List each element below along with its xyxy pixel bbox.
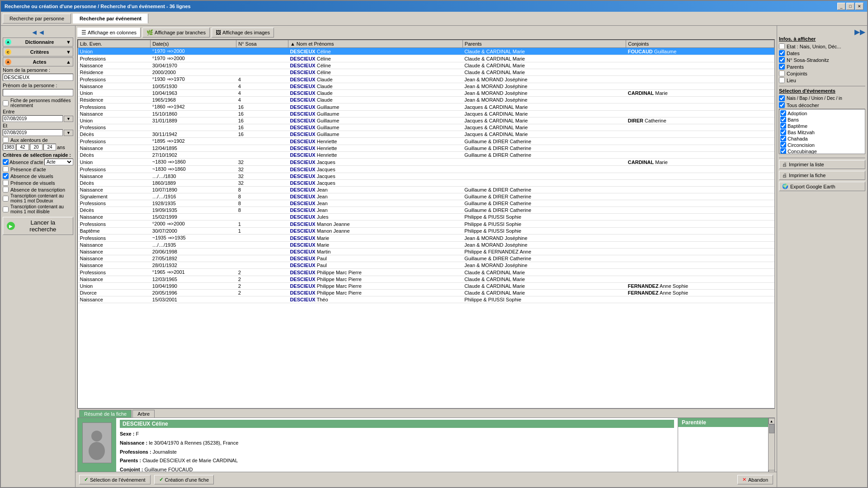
- toolbar-branches-btn[interactable]: 🌿 Affichage par branches: [142, 28, 210, 38]
- event-checkboxes-list[interactable]: AdoptionBansBaptêmeBas MitzvahChahadaCir…: [779, 109, 865, 154]
- table-row[interactable]: Professions ~1830 ⇒>1860 32 DESCIEUX Jac…: [78, 166, 774, 173]
- table-row[interactable]: Décès 30/11/1942 16 DESCIEUX Guillaume J…: [78, 131, 774, 138]
- table-row[interactable]: Naissance 12/03/1965 2 DESCIEUX Philippe…: [78, 276, 774, 283]
- et-date-input[interactable]: [3, 129, 63, 136]
- table-row[interactable]: Décès 19/09/1935 8 DESCIEUX Jean Guillau…: [78, 207, 774, 214]
- event-check[interactable]: [780, 142, 786, 148]
- card-scrollbar[interactable]: ▲ ▼: [768, 418, 774, 476]
- close-button[interactable]: ✕: [855, 3, 863, 10]
- fiche-recentes-check[interactable]: [3, 100, 9, 106]
- right-info-check[interactable]: [779, 64, 785, 70]
- year-spinner[interactable]: [3, 144, 15, 150]
- table-row[interactable]: Professions 16 DESCIEUX Guillaume Jacque…: [78, 124, 774, 131]
- table-row[interactable]: Baptême 30/07/2000 1 DESCIEUX Manon Jean…: [78, 228, 774, 235]
- event-check[interactable]: [780, 136, 786, 141]
- et-date-btn[interactable]: ▼: [64, 130, 73, 136]
- table-row[interactable]: Professions °1930 ⇒>1970 4 DESCIEUX Clau…: [78, 76, 774, 83]
- event-check[interactable]: [780, 129, 786, 135]
- table-row[interactable]: Union 31/01/1889 16 DESCIEUX Guillaume J…: [78, 117, 774, 124]
- absence-visuels-check[interactable]: [3, 173, 9, 179]
- transcription-illisible-check[interactable]: [3, 206, 9, 212]
- entre-date-input[interactable]: [3, 115, 63, 122]
- table-row[interactable]: Naissance …/…/1935 DESCIEUX Marie Jean &…: [78, 242, 774, 249]
- toolbar-columns-btn[interactable]: ☰ Affichage en colonnes: [77, 28, 141, 38]
- table-row[interactable]: Professions °1970 ⇒>2000 DESCIEUX Céline…: [78, 55, 774, 62]
- left-nav-arrow[interactable]: ◄◄: [3, 28, 73, 38]
- table-row[interactable]: Décès 1860/1889 32 DESCIEUX Jacques: [78, 180, 774, 187]
- nais-bap-check[interactable]: [779, 95, 785, 101]
- cell-date: 19/09/1935: [151, 207, 236, 214]
- table-row[interactable]: Professions °1965 ⇒>2001 2 DESCIEUX Phil…: [78, 269, 774, 276]
- table-row[interactable]: Union ~1830 ⇒>1860 32 DESCIEUX Jacques C…: [78, 159, 774, 166]
- absence-acte-check[interactable]: [3, 159, 9, 165]
- right-nav-arrow[interactable]: ▶▶: [779, 28, 865, 36]
- acte-select[interactable]: Acte: [44, 159, 73, 165]
- table-row[interactable]: Résidence 1965/1968 4 DESCIEUX Claude Je…: [78, 97, 774, 103]
- export-earth-btn[interactable]: 🌍 Export Google Earth: [779, 182, 865, 191]
- tout-decocher-check[interactable]: [779, 102, 785, 108]
- tab-resume[interactable]: Résumé de la fiche: [79, 410, 132, 418]
- scroll-up-btn[interactable]: ▲: [769, 418, 775, 424]
- maximize-button[interactable]: □: [846, 3, 854, 10]
- table-row[interactable]: Résidence 2000/2000 DESCIEUX Céline Clau…: [78, 69, 774, 76]
- right-info-check[interactable]: [779, 43, 785, 49]
- minimize-button[interactable]: _: [837, 3, 845, 10]
- table-row[interactable]: Naissance 10/05/1930 4 DESCIEUX Claude J…: [78, 83, 774, 90]
- aux-alentours-check[interactable]: [3, 137, 9, 143]
- tab-evenement[interactable]: Recherche par événement: [73, 14, 148, 23]
- day-spinner[interactable]: [30, 144, 42, 150]
- section-dictionnaire[interactable]: A Dictionnaire ▼: [3, 38, 73, 47]
- table-row[interactable]: Professions °1895 ⇒>1902 DESCIEUX Henrie…: [78, 138, 774, 145]
- nom-input[interactable]: [3, 74, 73, 81]
- table-row[interactable]: Professions °1860 ⇒>1942 16 DESCIEUX Gui…: [78, 103, 774, 111]
- imprimer-liste-btn[interactable]: 🖨 Imprimer la liste: [779, 160, 865, 169]
- right-info-check[interactable]: [779, 50, 785, 56]
- table-row[interactable]: Naissance 15/10/1860 16 DESCIEUX Guillau…: [78, 111, 774, 117]
- table-row[interactable]: Naissance …/…/1830 32 DESCIEUX Jacques: [78, 173, 774, 180]
- right-info-check[interactable]: [779, 57, 785, 63]
- table-row[interactable]: Décès 27/10/1902 DESCIEUX Henriette Guil…: [78, 152, 774, 159]
- section-actes[interactable]: A Actes ▲: [3, 57, 73, 66]
- table-row[interactable]: Naissance 15/02/1999 DESCIEUX Jules Phil…: [78, 214, 774, 221]
- table-row[interactable]: Professions 1928/1935 8 DESCIEUX Jean Gu…: [78, 200, 774, 207]
- absence-transcription-check[interactable]: [3, 187, 9, 192]
- table-row[interactable]: Union 10/04/1990 2 DESCIEUX Philippe Mar…: [78, 283, 774, 290]
- cell-parents: Guillaume & DIRER Catherine: [462, 187, 626, 193]
- toolbar-images-btn[interactable]: 🖼 Affichage des images: [212, 28, 274, 38]
- abandon-btn[interactable]: ✕ Abandon: [737, 475, 773, 484]
- presence-acte-check[interactable]: [3, 166, 9, 172]
- creation-fiche-btn[interactable]: ✓ Création d'une fiche: [154, 475, 214, 484]
- table-row[interactable]: Naissance 28/01/1932 DESCIEUX Paul Jean …: [78, 262, 774, 269]
- prenom-input[interactable]: [3, 89, 73, 96]
- table-row[interactable]: Naissance 10/07/1890 8 DESCIEUX Jean Gui…: [78, 187, 774, 193]
- table-row[interactable]: Union 10/04/1963 4 DESCIEUX Claude Jean …: [78, 90, 774, 97]
- tab-arbre[interactable]: Arbre: [132, 410, 155, 418]
- section-criteres[interactable]: C Critères ▼: [3, 47, 73, 56]
- table-row[interactable]: Naissance 12/04/1895 DESCIEUX Henriette …: [78, 145, 774, 152]
- table-row[interactable]: Naissance 15/03/2001 DESCIEUX Théo Phili…: [78, 296, 774, 303]
- right-info-check[interactable]: [779, 70, 785, 76]
- selection-evenement-btn[interactable]: ✓ Sélection de l'événement: [79, 475, 151, 484]
- table-row[interactable]: Union °1970 ⇒>2000 DESCIEUX Céline Claud…: [78, 48, 774, 55]
- table-row[interactable]: Signalement …/…/1916 8 DESCIEUX Jean Gui…: [78, 193, 774, 200]
- table-row[interactable]: Naissance 27/05/1892 DESCIEUX Paul Guill…: [78, 255, 774, 262]
- table-row[interactable]: Naissance 30/04/1970 DESCIEUX Céline Cla…: [78, 62, 774, 69]
- right-checkboxes: Etat : Nais, Union, Déc...DatesN° Sosa-S…: [779, 43, 865, 84]
- entre-date-btn[interactable]: ▼: [64, 116, 73, 122]
- presence-visuels-check[interactable]: [3, 180, 9, 186]
- right-info-check[interactable]: [779, 77, 785, 83]
- tab-personne[interactable]: Recherche par personne: [3, 14, 71, 23]
- event-check[interactable]: [780, 123, 786, 129]
- event-check[interactable]: [780, 110, 786, 116]
- table-row[interactable]: Naissance 20/06/1998 DESCIEUX Martin Phi…: [78, 249, 774, 255]
- month-spinner[interactable]: [16, 144, 29, 150]
- table-row[interactable]: Divorce 20/05/1996 2 DESCIEUX Philippe M…: [78, 290, 774, 296]
- event-check[interactable]: [780, 117, 786, 122]
- transcription-1mot-check[interactable]: [3, 196, 9, 202]
- range-spinner[interactable]: [43, 144, 56, 150]
- table-row[interactable]: Professions ~1935 ⇒>1935 DESCIEUX Marie …: [78, 235, 774, 242]
- launch-button[interactable]: ▶ Lancer la recherche: [3, 217, 73, 235]
- event-check[interactable]: [780, 148, 786, 154]
- table-row[interactable]: Professions °2000 ⇒>2000 1 DESCIEUX Mano…: [78, 221, 774, 228]
- imprimer-fiche-btn[interactable]: 🖨 Imprimer la fiche: [779, 171, 865, 180]
